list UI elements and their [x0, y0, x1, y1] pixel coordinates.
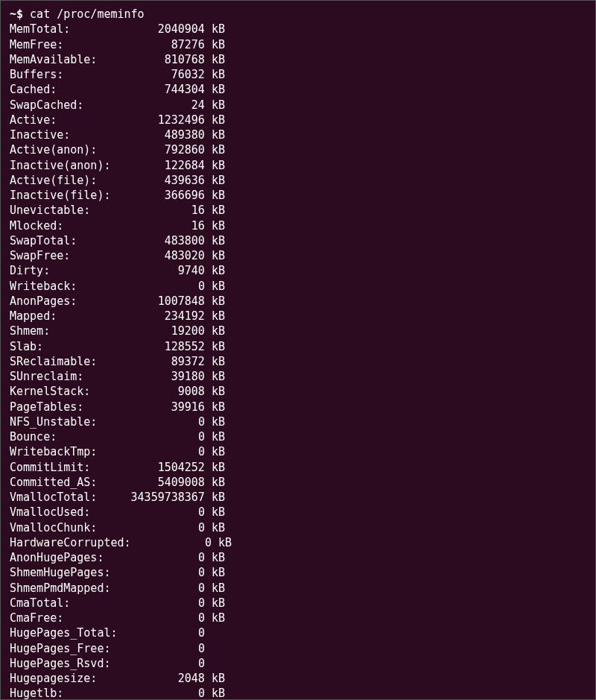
meminfo-unit: kB — [212, 521, 225, 535]
meminfo-value: 0 — [198, 415, 205, 429]
meminfo-row: SReclaimable: 89372 kB — [10, 354, 586, 369]
meminfo-unit: kB — [212, 491, 225, 504]
meminfo-value: 810768 — [165, 53, 205, 66]
meminfo-row: Hugepagesize: 2048 kB — [10, 671, 586, 686]
meminfo-unit: kB — [212, 687, 225, 700]
meminfo-unit: kB — [212, 340, 225, 353]
meminfo-unit: kB — [212, 113, 225, 127]
meminfo-row: MemAvailable: 810768 kB — [10, 52, 586, 67]
meminfo-unit: kB — [212, 476, 225, 489]
meminfo-row: Inactive: 489380 kB — [10, 127, 586, 142]
meminfo-label: SwapCached: — [10, 98, 83, 112]
meminfo-unit: kB — [212, 98, 225, 112]
meminfo-value: 9008 — [178, 385, 205, 398]
meminfo-value: 1007848 — [158, 294, 205, 308]
meminfo-row: HugePages_Rsvd: 0 — [10, 656, 586, 671]
meminfo-row: SwapFree: 483020 kB — [10, 248, 586, 263]
meminfo-label: VmallocTotal: — [10, 491, 97, 504]
meminfo-row: NFS_Unstable: 0 kB — [10, 414, 586, 429]
meminfo-label: HugePages_Total: — [10, 626, 118, 640]
meminfo-row: SwapTotal: 483800 kB — [10, 233, 586, 248]
meminfo-unit: kB — [212, 204, 225, 217]
meminfo-label: Unevictable: — [10, 204, 90, 217]
meminfo-row: CmaTotal: 0 kB — [10, 596, 586, 611]
meminfo-value: 2048 — [178, 672, 205, 685]
meminfo-row: HugePages_Total: 0 — [10, 625, 586, 640]
prompt-symbol: ~$ — [10, 7, 23, 21]
meminfo-row: Dirty: 9740 kB — [10, 263, 586, 278]
meminfo-unit: kB — [212, 355, 225, 368]
meminfo-value: 0 — [198, 596, 205, 610]
meminfo-unit: kB — [212, 672, 225, 685]
meminfo-label: Buffers: — [10, 68, 63, 81]
meminfo-unit: kB — [212, 159, 225, 172]
meminfo-value: 366696 — [165, 189, 205, 202]
meminfo-row: HugePages_Free: 0 — [10, 641, 586, 656]
meminfo-unit: kB — [212, 309, 225, 323]
meminfo-unit: kB — [212, 611, 225, 625]
meminfo-value: 16 — [191, 219, 205, 233]
meminfo-label: Dirty: — [10, 264, 50, 277]
meminfo-unit: kB — [212, 566, 225, 579]
meminfo-unit: kB — [212, 324, 225, 338]
meminfo-unit: kB — [212, 551, 225, 564]
meminfo-value: 128552 — [165, 340, 205, 353]
meminfo-label: KernelStack: — [10, 385, 90, 398]
meminfo-row: CmaFree: 0 kB — [10, 611, 586, 625]
meminfo-unit: kB — [212, 128, 225, 142]
meminfo-row: SwapCached: 24 kB — [10, 98, 586, 113]
meminfo-output: MemTotal: 2040904 kBMemFree: 87276 kBMem… — [10, 22, 586, 700]
meminfo-label: MemTotal: — [10, 22, 70, 36]
meminfo-value: 9740 — [178, 264, 205, 277]
meminfo-value: 0 — [198, 551, 205, 564]
meminfo-label: Mlocked: — [10, 219, 63, 233]
meminfo-label: CmaFree: — [10, 611, 63, 625]
meminfo-label: MemFree: — [10, 38, 63, 51]
meminfo-label: ShmemHugePages: — [10, 566, 110, 579]
meminfo-value: 89372 — [171, 355, 205, 368]
meminfo-value: 0 — [198, 657, 205, 670]
meminfo-row: Active: 1232496 kB — [10, 113, 586, 127]
meminfo-label: AnonHugePages: — [10, 551, 104, 564]
meminfo-row: Committed_AS: 5409008 kB — [10, 475, 586, 490]
meminfo-value: 39916 — [171, 400, 205, 414]
meminfo-value: 744304 — [165, 83, 205, 96]
meminfo-label: Active: — [10, 113, 57, 127]
meminfo-unit: kB — [212, 505, 225, 519]
meminfo-label: SReclaimable: — [10, 355, 97, 368]
meminfo-row: Mlocked: 16 kB — [10, 218, 586, 233]
meminfo-value: 234192 — [165, 309, 205, 323]
meminfo-row: KernelStack: 9008 kB — [10, 384, 586, 399]
meminfo-row: Active(anon): 792860 kB — [10, 142, 586, 157]
meminfo-row: WritebackTmp: 0 kB — [10, 444, 586, 459]
meminfo-row: Inactive(file): 366696 kB — [10, 188, 586, 203]
meminfo-unit: kB — [218, 536, 232, 549]
meminfo-unit: kB — [212, 22, 225, 36]
meminfo-unit: kB — [212, 430, 225, 444]
meminfo-label: CmaTotal: — [10, 596, 70, 610]
meminfo-unit: kB — [212, 53, 225, 66]
meminfo-unit: kB — [212, 264, 225, 277]
meminfo-row: VmallocChunk: 0 kB — [10, 520, 586, 535]
meminfo-value: 1232496 — [158, 113, 205, 127]
meminfo-label: Hugetlb: — [10, 687, 63, 700]
meminfo-unit: kB — [212, 596, 225, 610]
meminfo-unit: kB — [212, 461, 225, 474]
meminfo-value: 0 — [198, 642, 205, 655]
meminfo-value: 0 — [198, 445, 205, 458]
meminfo-label: WritebackTmp: — [10, 445, 97, 458]
meminfo-label: Slab: — [10, 340, 43, 353]
meminfo-value: 0 — [198, 581, 205, 595]
meminfo-label: Bounce: — [10, 430, 57, 444]
meminfo-label: SwapTotal: — [10, 234, 77, 247]
meminfo-unit: kB — [212, 174, 225, 187]
meminfo-row: SUnreclaim: 39180 kB — [10, 369, 586, 384]
meminfo-unit: kB — [212, 219, 225, 233]
meminfo-value: 87276 — [171, 38, 205, 51]
meminfo-unit: kB — [212, 249, 225, 262]
meminfo-row: Inactive(anon): 122684 kB — [10, 158, 586, 173]
meminfo-label: Mapped: — [10, 309, 57, 323]
meminfo-unit: kB — [212, 280, 225, 293]
meminfo-value: 439636 — [165, 174, 205, 187]
meminfo-label: SUnreclaim: — [10, 370, 83, 383]
